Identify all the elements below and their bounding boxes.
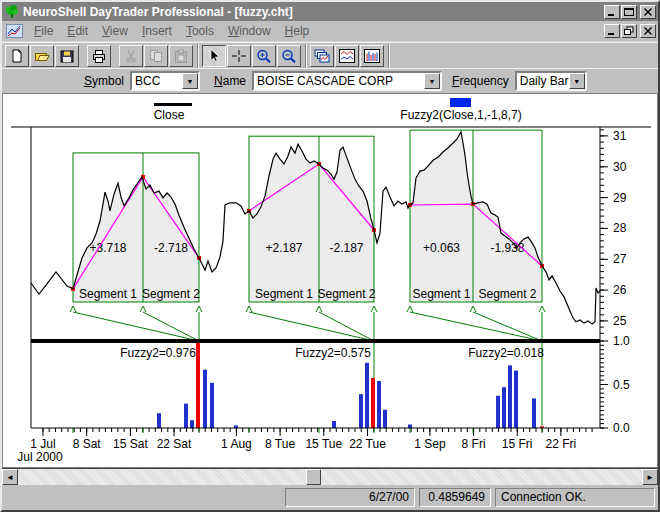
- segment1-value: +0.063: [423, 241, 460, 255]
- fuzzy-bar: [332, 421, 336, 428]
- open-icon: [34, 49, 50, 63]
- frequency-value: Daily Bars: [517, 73, 569, 89]
- segment1-label: Segment 1: [79, 287, 137, 301]
- fuzzy-bar: [532, 398, 536, 428]
- crosshair-icon: [231, 49, 247, 63]
- fuzzy-bar: [514, 371, 518, 428]
- price-chart: 313029282726251.00.50.01 Jul8 Sat15 Sat2…: [3, 94, 657, 468]
- parameter-bar: Symbol BCC ▼ Name BOISE CASCADE CORP ▼ F…: [2, 68, 658, 93]
- paste-icon: [173, 49, 189, 63]
- zoom-in-button[interactable]: [252, 45, 276, 67]
- segment1-value: +2.187: [265, 241, 302, 255]
- fuzzy-bar: [496, 396, 500, 428]
- segment1-label: Segment 1: [255, 287, 313, 301]
- x-tick-label: 8 Fri: [462, 437, 486, 451]
- fuzzy-tick-label: 0.0: [613, 421, 630, 435]
- fuzzy-bar: [502, 387, 506, 428]
- fuzzy-bar: [196, 343, 200, 428]
- open-button[interactable]: [30, 45, 54, 67]
- segment-arrow-line: [410, 312, 542, 341]
- fuzzy-bar: [408, 425, 412, 429]
- fuzzy-bar: [383, 410, 387, 428]
- new-button[interactable]: [5, 45, 29, 67]
- segment2-label: Segment 2: [478, 287, 536, 301]
- pointer-button[interactable]: [202, 45, 226, 67]
- mdi-close-button[interactable]: [640, 24, 656, 38]
- window-title: NeuroShell DayTrader Professional - [fuz…: [23, 5, 603, 19]
- chevron-down-icon: ▼: [187, 78, 194, 85]
- fuzzy-bar: [184, 404, 188, 428]
- menu-item-window[interactable]: Window: [221, 22, 278, 40]
- segment-arrowhead: [316, 306, 322, 312]
- price-tick-label: 26: [613, 283, 627, 297]
- status-date: 6/27/00: [285, 488, 415, 507]
- fuzzy-bar: [365, 363, 369, 428]
- x-tick-label: 1 Aug: [221, 437, 252, 451]
- x-tick-label: 1 Jul: [30, 437, 55, 451]
- chart-bars-button[interactable]: [360, 45, 384, 67]
- chart-area: 313029282726251.00.50.01 Jul8 Sat15 Sat2…: [2, 93, 658, 468]
- copy-icon: [148, 49, 164, 63]
- save-button[interactable]: [55, 45, 79, 67]
- x-tick-label: 8 Tue: [265, 437, 295, 451]
- status-bar: 6/27/00 0.4859649 Connection OK.: [2, 485, 658, 510]
- segment-arrowhead: [196, 306, 202, 312]
- menu-item-view[interactable]: View: [95, 22, 135, 40]
- crosshair-button[interactable]: [227, 45, 251, 67]
- mdi-minimize-button[interactable]: [604, 24, 620, 38]
- x-tick-label: 22 Tue: [349, 437, 386, 451]
- zoom-out-button[interactable]: [277, 45, 301, 67]
- fuzzy-tick-label: 0.5: [613, 378, 630, 392]
- chart-cascade-button[interactable]: [310, 45, 334, 67]
- segment2-value: -2.718: [154, 241, 188, 255]
- chart-line-icon: [339, 49, 355, 63]
- fuzzy-bar: [157, 413, 161, 428]
- scroll-left-button[interactable]: ◄: [2, 469, 18, 485]
- app-window: NeuroShell DayTrader Professional - [fuz…: [0, 0, 660, 512]
- x-tick-label: 15 Fri: [502, 437, 533, 451]
- scrollbar-thumb[interactable]: [306, 469, 321, 485]
- price-tick-label: 25: [613, 314, 627, 328]
- chart-bars-icon: [364, 49, 380, 63]
- new-icon: [9, 49, 25, 63]
- segment-arrowhead: [539, 306, 545, 312]
- segment-arrow-line: [143, 312, 199, 341]
- title-bar: NeuroShell DayTrader Professional - [fuz…: [2, 2, 658, 21]
- mdi-restore-button[interactable]: [621, 24, 637, 38]
- menu-item-edit[interactable]: Edit: [60, 22, 95, 40]
- name-dropdown-button[interactable]: ▼: [424, 73, 440, 89]
- menu-item-tools[interactable]: Tools: [179, 22, 221, 40]
- print-icon: [91, 49, 107, 63]
- name-value: BOISE CASCADE CORP: [254, 73, 424, 89]
- print-button[interactable]: [87, 45, 111, 67]
- menu-item-file[interactable]: File: [27, 22, 60, 40]
- name-combobox[interactable]: BOISE CASCADE CORP ▼: [252, 71, 442, 91]
- x-tick-label: 15 Tue: [305, 437, 342, 451]
- frequency-dropdown-button[interactable]: ▼: [569, 73, 585, 89]
- segment-arrowhead: [407, 306, 413, 312]
- price-tick-label: 30: [613, 160, 627, 174]
- segment-arrow-line: [473, 312, 542, 341]
- minimize-button[interactable]: [604, 5, 620, 19]
- menu-item-insert[interactable]: Insert: [135, 22, 179, 40]
- segment-arrowhead: [246, 306, 252, 312]
- chart-line-button[interactable]: [335, 45, 359, 67]
- segment-arrowhead: [470, 306, 476, 312]
- segment2-label: Segment 2: [317, 287, 375, 301]
- fuzzy-bar: [359, 394, 363, 428]
- toolbar-separator: [305, 44, 307, 68]
- scrollbar-track[interactable]: [18, 469, 642, 485]
- close-button[interactable]: [640, 5, 656, 19]
- maximize-button[interactable]: [621, 5, 637, 19]
- x-tick-label: 22 Fri: [546, 437, 577, 451]
- fuzzy-value-label: Fuzzy2=0.575: [295, 346, 371, 360]
- frequency-combobox[interactable]: Daily Bars ▼: [515, 71, 587, 91]
- legend-fuzzy-label: Fuzzy2(Close,1,-1,8,7): [400, 108, 521, 122]
- segment2-value: -2.187: [329, 241, 363, 255]
- symbol-combobox[interactable]: BCC ▼: [130, 71, 200, 91]
- symbol-dropdown-button[interactable]: ▼: [182, 73, 198, 89]
- mdi-minimize-icon: [606, 26, 618, 36]
- scroll-right-button[interactable]: ►: [642, 469, 658, 485]
- menu-bar: FileEditViewInsertToolsWindowHelp: [2, 21, 658, 42]
- menu-item-help[interactable]: Help: [278, 22, 317, 40]
